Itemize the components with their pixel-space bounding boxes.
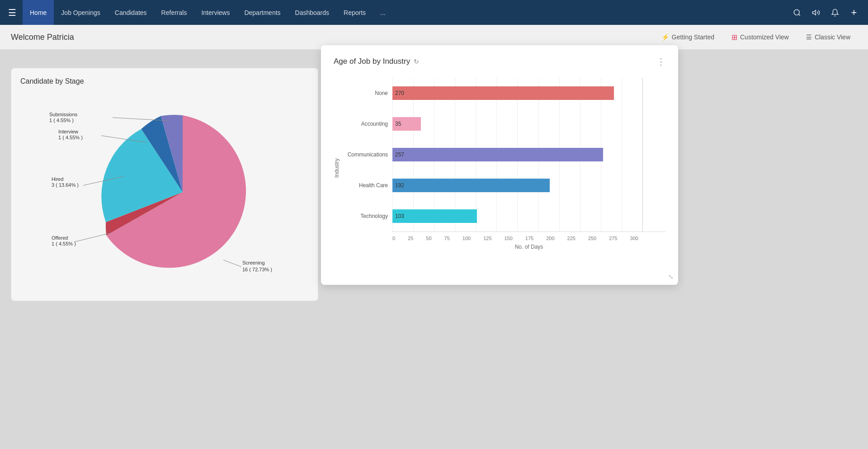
interview-value: 1 ( 4.55% ) <box>58 135 83 140</box>
hired-label: Hired <box>52 176 63 182</box>
hired-value: 3 ( 13.64% ) <box>52 182 79 188</box>
list-icon: ☰ <box>806 33 812 41</box>
nav-item-interviews[interactable]: Interviews <box>194 0 237 25</box>
bar-chart-card: Age of Job by Industry ↻ ⋮ Industry <box>321 45 678 285</box>
svg-point-0 <box>794 9 799 15</box>
x-tick-2: 50 <box>426 236 431 241</box>
x-tick-5: 125 <box>483 236 491 241</box>
search-button[interactable] <box>788 4 806 21</box>
bar-label-accounting: Accounting <box>343 121 388 127</box>
bar-fill-technology: 103 <box>392 209 477 223</box>
hamburger-menu-icon[interactable]: ☰ <box>5 5 19 21</box>
bar-wrapper-accounting: 35 <box>392 117 638 131</box>
nav-item-departments[interactable]: Departments <box>237 0 288 25</box>
bar-fill-healthcare: 192 <box>392 179 550 192</box>
nav-item-dashboards[interactable]: Dashboards <box>288 0 337 25</box>
svg-line-3 <box>223 260 241 267</box>
x-tick-7: 175 <box>525 236 533 241</box>
x-axis: 0 25 50 75 100 125 150 175 200 225 250 2… <box>392 232 665 241</box>
bar-value-none: 270 <box>395 90 404 96</box>
x-tick-12: 300 <box>630 236 638 241</box>
bar-row-technology: Technology 103 <box>343 209 638 223</box>
getting-started-button[interactable]: ⚡ Getting Started <box>655 30 721 44</box>
grid-icon: ⊞ <box>731 33 737 42</box>
x-axis-label: No. of Days <box>392 244 665 250</box>
bar-value-accounting: 35 <box>395 121 401 127</box>
chart-area: None 270 Accounting <box>343 78 665 259</box>
bar-chart-title: Age of Job by Industry <box>334 57 410 66</box>
bar-wrapper-none: 270 <box>392 86 638 100</box>
pie-chart-card: Candidate by Stage Sc <box>11 68 318 301</box>
bar-fill-communications: 257 <box>392 148 603 161</box>
bar-fill-accounting: 35 <box>392 117 421 131</box>
pie-chart-svg: Screening 16 ( 72.73% ) Offered 1 ( 4.55… <box>47 97 282 287</box>
x-tick-10: 250 <box>588 236 596 241</box>
bar-chart-container: Industry <box>334 78 665 259</box>
notifications-button[interactable] <box>826 4 844 21</box>
sub-header-actions: ⚡ Getting Started ⊞ Customized View ☰ Cl… <box>655 30 857 45</box>
x-tick-11: 275 <box>609 236 617 241</box>
screening-label: Screening <box>242 260 265 265</box>
svg-line-1 <box>798 14 800 15</box>
submissions-value: 1 ( 4.55% ) <box>49 118 74 123</box>
bar-card-header: Age of Job by Industry ↻ ⋮ <box>334 56 665 67</box>
main-content: Candidate by Stage Sc <box>0 50 868 319</box>
nav-item-job-openings[interactable]: Job Openings <box>54 0 107 25</box>
bar-wrapper-technology: 103 <box>392 209 638 223</box>
nav-item-reports[interactable]: Reports <box>336 0 373 25</box>
add-button[interactable]: + <box>845 4 863 21</box>
x-tick-0: 0 <box>392 236 395 241</box>
lightning-icon: ⚡ <box>661 33 669 41</box>
pie-chart-area: Screening 16 ( 72.73% ) Offered 1 ( 4.55… <box>20 93 309 292</box>
resize-icon[interactable]: ⤡ <box>668 273 674 280</box>
x-tick-8: 200 <box>546 236 554 241</box>
screening-value: 16 ( 72.73% ) <box>242 267 272 272</box>
y-axis-label: Industry <box>334 78 340 259</box>
bar-label-technology: Technology <box>343 213 388 219</box>
bar-row-healthcare: Health Care 192 <box>343 179 638 192</box>
bar-row-none: None 270 <box>343 86 638 100</box>
offered-label: Offered <box>52 235 68 241</box>
x-tick-4: 100 <box>462 236 471 241</box>
svg-line-4 <box>74 233 111 242</box>
nav-items-list: Home Job Openings Candidates Referrals I… <box>23 0 788 25</box>
pie-chart-title: Candidate by Stage <box>20 77 309 85</box>
more-options-icon[interactable]: ⋮ <box>656 56 665 67</box>
nav-item-more[interactable]: ... <box>373 0 393 25</box>
bar-label-healthcare: Health Care <box>343 182 388 189</box>
x-tick-6: 150 <box>505 236 513 241</box>
x-tick-3: 75 <box>444 236 450 241</box>
svg-marker-2 <box>813 10 816 15</box>
bar-wrapper-communications: 257 <box>392 148 638 161</box>
bars-section: None 270 Accounting <box>343 78 665 232</box>
bar-value-technology: 103 <box>395 213 404 219</box>
top-navigation: ☰ Home Job Openings Candidates Referrals… <box>0 0 868 25</box>
bar-label-none: None <box>343 90 388 96</box>
bar-value-healthcare: 192 <box>395 182 404 189</box>
x-tick-9: 225 <box>567 236 576 241</box>
offered-value: 1 ( 4.55% ) <box>52 241 76 246</box>
customized-view-label: Customized View <box>740 33 789 41</box>
getting-started-label: Getting Started <box>672 33 714 41</box>
bar-value-communications: 257 <box>395 151 404 158</box>
nav-right-icons: + <box>788 4 863 21</box>
classic-view-label: Classic View <box>815 33 850 41</box>
refresh-icon[interactable]: ↻ <box>414 58 419 65</box>
customized-view-button[interactable]: ⊞ Customized View <box>725 30 796 45</box>
bar-card-title-row: Age of Job by Industry ↻ <box>334 57 419 66</box>
nav-item-referrals[interactable]: Referrals <box>154 0 194 25</box>
interview-label: Interview <box>58 129 78 134</box>
submissions-label: Submissions <box>49 112 78 117</box>
bar-fill-none: 270 <box>392 86 614 100</box>
bar-label-communications: Communications <box>343 151 388 158</box>
welcome-text: Welcome Patricia <box>11 33 74 42</box>
nav-item-candidates[interactable]: Candidates <box>108 0 154 25</box>
bar-row-communications: Communications 257 <box>343 148 638 161</box>
megaphone-button[interactable] <box>807 4 825 21</box>
x-tick-1: 25 <box>408 236 413 241</box>
bar-wrapper-healthcare: 192 <box>392 179 638 192</box>
bars-list: None 270 Accounting <box>343 78 665 232</box>
nav-item-home[interactable]: Home <box>23 0 54 25</box>
classic-view-button[interactable]: ☰ Classic View <box>799 30 857 44</box>
bar-row-accounting: Accounting 35 <box>343 117 638 131</box>
